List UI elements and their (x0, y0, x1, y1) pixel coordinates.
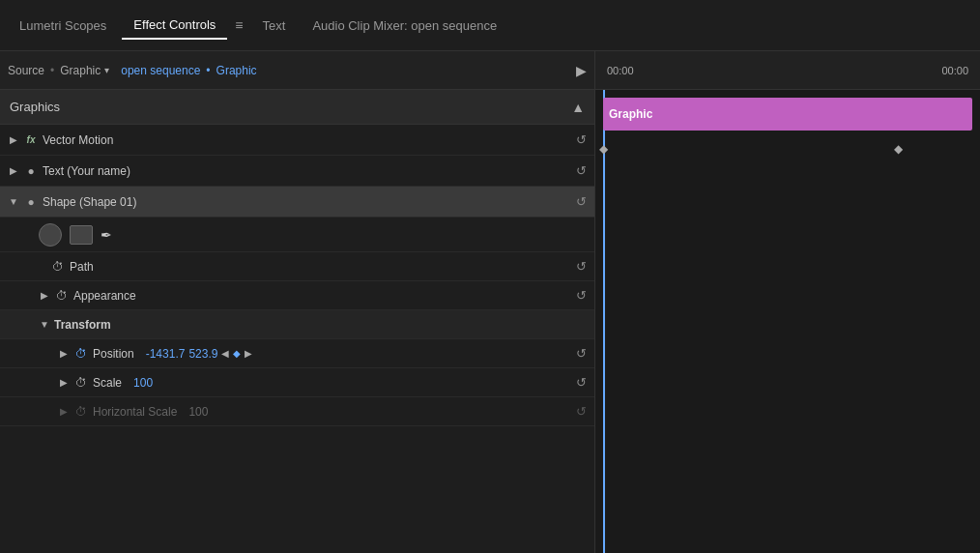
right-panel: 00:00 00:00 Graphic ◆ ◆ (595, 51, 980, 553)
appearance-row: ▶ ⏱ Appearance ↺ (0, 281, 594, 310)
effects-list: ▶ fx Vector Motion ↺ ▶ ● Text (Your name… (0, 125, 594, 553)
position-reset[interactable]: ↺ (576, 346, 587, 361)
appearance-chevron[interactable]: ▶ (39, 290, 50, 301)
sequence-link[interactable]: open sequence (121, 64, 200, 77)
chevron-icon-shape: ▼ (8, 196, 19, 207)
tab-lumetri-scopes[interactable]: Lumetri Scopes (8, 13, 118, 39)
dropdown-icon[interactable]: ▾ (104, 65, 109, 75)
source-label: Source (8, 64, 44, 77)
position-name: Position (93, 347, 134, 361)
scale-reset[interactable]: ↺ (576, 375, 587, 390)
timeline-row-diamond[interactable]: ◆ (894, 142, 903, 156)
horiz-scale-value: 100 (188, 405, 208, 419)
fx-badge: fx (23, 134, 39, 145)
graphic-link[interactable]: Graphic (216, 64, 257, 77)
effect-row-vector-motion[interactable]: ▶ fx Vector Motion ↺ (0, 125, 594, 156)
effect-name-shape: Shape (Shape 01) (43, 195, 572, 209)
position-stopwatch-icon[interactable]: ⏱ (73, 347, 89, 361)
chevron-icon: ▶ (8, 134, 19, 145)
eye-icon-shape[interactable]: ● (23, 195, 39, 209)
horiz-scale-row: ▶ ⏱ Horizontal Scale 100 ↺ (0, 397, 594, 426)
dot-separator-3: • (206, 64, 210, 77)
shape-tools-row: ✒ (0, 218, 594, 252)
transform-title: Transform (54, 318, 111, 332)
playhead-line (603, 90, 605, 553)
position-arrow-right[interactable]: ▶ (245, 348, 252, 359)
graphic-clip[interactable]: Graphic (603, 98, 972, 131)
appearance-reset[interactable]: ↺ (576, 288, 587, 303)
timeline-body: Graphic ◆ ◆ (595, 90, 980, 553)
timeline-time-right: 00:00 (941, 65, 968, 76)
graphics-title: Graphics (10, 100, 60, 114)
position-value-x[interactable]: -1431.7 (146, 347, 186, 361)
horiz-scale-chevron[interactable]: ▶ (58, 406, 70, 417)
left-panel: Source • Graphic ▾ open sequence • Graph… (0, 51, 595, 553)
effect-name-text: Text (Your name) (43, 164, 572, 178)
appearance-stopwatch[interactable]: ⏱ (54, 289, 70, 303)
effect-name-vector-motion: Vector Motion (43, 133, 572, 147)
position-arrow-left[interactable]: ◀ (221, 348, 229, 359)
graphic-label: Graphic (60, 64, 101, 77)
path-name: Path (70, 260, 94, 274)
reset-icon-vector-motion[interactable]: ↺ (576, 132, 587, 147)
reset-icon-shape[interactable]: ↺ (576, 194, 587, 209)
position-row: ▶ ⏱ Position -1431.7 523.9 ◀ ◆ ▶ ↺ (0, 339, 594, 368)
path-row: ⏱ Path ↺ (0, 252, 594, 281)
tab-effect-controls[interactable]: Effect Controls (122, 12, 227, 40)
position-value-y[interactable]: 523.9 (188, 347, 217, 361)
tab-text[interactable]: Text (251, 13, 298, 39)
horiz-scale-reset[interactable]: ↺ (576, 404, 587, 419)
rect-tool-button[interactable] (70, 225, 93, 245)
position-diamond[interactable]: ◆ (233, 348, 241, 359)
circle-tool-button[interactable] (39, 223, 62, 247)
path-reset-icon[interactable]: ↺ (576, 259, 587, 274)
transform-section-header: ▼ Transform (0, 310, 594, 339)
pen-tool-icon[interactable]: ✒ (101, 227, 112, 243)
chevron-icon-text: ▶ (8, 165, 19, 176)
scale-name: Scale (93, 376, 122, 390)
scale-value[interactable]: 100 (133, 376, 153, 390)
eye-icon-text[interactable]: ● (23, 164, 39, 178)
path-stopwatch-icon[interactable]: ⏱ (50, 260, 66, 274)
tab-menu-icon[interactable]: ≡ (231, 17, 246, 33)
effect-row-shape[interactable]: ▼ ● Shape (Shape 01) ↺ (0, 187, 594, 218)
scale-chevron[interactable]: ▶ (58, 377, 70, 388)
graphics-header: Graphics ▲ (0, 90, 594, 125)
transform-chevron[interactable]: ▼ (39, 319, 50, 330)
timeline-playhead-diamond[interactable]: ◆ (599, 142, 608, 156)
tab-bar: Lumetri Scopes Effect Controls ≡ Text Au… (0, 0, 980, 51)
scale-row: ▶ ⏱ Scale 100 ↺ (0, 368, 594, 397)
appearance-name: Appearance (73, 289, 136, 303)
horiz-scale-stopwatch[interactable]: ⏱ (73, 405, 89, 419)
effect-row-text-your-name[interactable]: ▶ ● Text (Your name) ↺ (0, 156, 594, 187)
reset-icon-text[interactable]: ↺ (576, 163, 587, 178)
timeline-time-left: 00:00 (607, 65, 634, 76)
collapse-icon[interactable]: ▲ (571, 100, 585, 115)
dot-separator-1: • (50, 64, 54, 77)
scale-stopwatch[interactable]: ⏱ (73, 376, 89, 390)
clip-label: Graphic (609, 107, 652, 121)
horiz-scale-name: Horizontal Scale (93, 405, 177, 419)
source-bar: Source • Graphic ▾ open sequence • Graph… (0, 51, 594, 90)
play-button[interactable]: ▶ (576, 63, 587, 78)
position-chevron[interactable]: ▶ (58, 348, 70, 359)
tab-audio-clip-mixer[interactable]: Audio Clip Mixer: open sequence (301, 13, 508, 39)
main-layout: Source • Graphic ▾ open sequence • Graph… (0, 51, 980, 553)
